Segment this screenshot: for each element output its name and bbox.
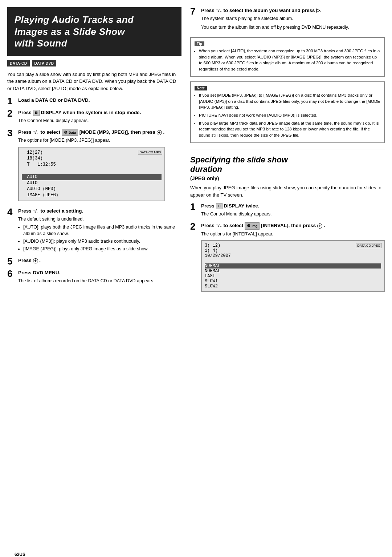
slide-step-1-number: 1 bbox=[190, 202, 198, 211]
step-7-title: Press ↑/↓ to select the album you want a… bbox=[201, 7, 385, 14]
interval-row-2: 1( 4) bbox=[205, 248, 381, 253]
step-5-number: 5 bbox=[7, 257, 15, 266]
step-7-desc1: The system starts playing the selected a… bbox=[201, 15, 385, 22]
interval-row-4 bbox=[205, 258, 381, 263]
step-3-number: 3 bbox=[7, 128, 15, 138]
slide-step-1-desc: The Control Menu display appears. bbox=[201, 211, 385, 217]
screen-row-3: T 1:32:55 bbox=[22, 162, 162, 168]
step-6-title: Press DVD MENU. bbox=[18, 270, 181, 277]
step-6-desc: The list of albums recorded on the DATA … bbox=[18, 278, 181, 284]
note-item-1: If you set [MODE (MP3, JPEG)] to [IMAGE … bbox=[199, 92, 380, 110]
data-cd-badge: DATA-CD bbox=[7, 60, 30, 66]
section-divider bbox=[190, 149, 385, 149]
step-2: 2 Press ⊟ DISPLAY when the system is in … bbox=[7, 109, 181, 125]
interval-row-7: FAST bbox=[205, 274, 381, 279]
step-7-desc2: You can turn the album list on and off b… bbox=[201, 24, 385, 31]
step-7: 7 Press ↑/↓ to select the album you want… bbox=[190, 7, 385, 32]
tip-header: Tip bbox=[195, 41, 204, 46]
step-4-desc: The default setting is underlined. [AUTO… bbox=[18, 216, 181, 253]
note-item-3: If you play large MP3 track data and JPE… bbox=[199, 120, 380, 138]
interval-row-3: 10/29/2007 bbox=[205, 253, 381, 258]
interval-row-9: SLOW2 bbox=[205, 284, 381, 289]
note-text: If you set [MODE (MP3, JPEG)] to [IMAGE … bbox=[195, 92, 380, 138]
slide-intro: When you play JPEG image files using sli… bbox=[190, 184, 385, 198]
slide-step-2-title: Press ↑/↓ to select ⚙ Img [INTERVAL], th… bbox=[201, 222, 385, 229]
slide-step-1: 1 Press ⊟ DISPLAY twice. The Control Men… bbox=[190, 203, 385, 219]
intro-text: You can play a slide show with sound by … bbox=[7, 71, 181, 92]
bullet-image: [IMAGE (JPEG)]: plays only JPEG image fi… bbox=[23, 246, 181, 252]
interval-row-8: SLOW1 bbox=[205, 279, 381, 284]
step-5: 5 Press + . bbox=[7, 257, 181, 266]
data-dvd-badge: DATA DVD bbox=[32, 60, 57, 66]
step-4: 4 Press ↑/↓ to select a setting. The def… bbox=[7, 208, 181, 254]
slide-section-title: Specifying the slide show duration bbox=[190, 155, 385, 174]
step-1-title: Load a DATA CD or DATA DVD. bbox=[18, 97, 181, 104]
circle-plus-icon-3: + bbox=[157, 130, 162, 135]
step-6: 6 Press DVD MENU. The list of albums rec… bbox=[7, 270, 181, 286]
screen-row-8: IMAGE (JPEG) bbox=[22, 192, 162, 198]
circle-plus-icon-5: + bbox=[33, 258, 38, 263]
interval-screen: DATA CD JPEG 3( 12) 1( 4) 10/29/2007 NOR… bbox=[201, 240, 385, 292]
tip-box: Tip When you select [AUTO], the system c… bbox=[190, 37, 385, 77]
step-5-title: Press + . bbox=[18, 257, 181, 264]
bullet-audio: [AUDIO (MP3)]: plays only MP3 audio trac… bbox=[23, 238, 181, 245]
screen-row-4 bbox=[22, 168, 162, 174]
screen-row-6: AUTO bbox=[22, 180, 162, 186]
step-3-desc: The options for [MODE (MP3, JPEG)] appea… bbox=[18, 137, 181, 144]
slide-section: Specifying the slide show duration (JPEG… bbox=[190, 155, 385, 295]
slide-section-subtitle: (JPEG only) bbox=[190, 175, 385, 181]
step-2-desc: The Control Menu display appears. bbox=[18, 117, 181, 124]
step-3: 3 Press ↑/↓ to select ⚙ Data [MODE (MP3,… bbox=[7, 129, 181, 204]
step-1: 1 Load a DATA CD or DATA DVD. bbox=[7, 97, 181, 106]
note-item-2: PICTURE NAVI does not work when [AUDIO (… bbox=[199, 112, 380, 118]
slide-step-2: 2 Press ↑/↓ to select ⚙ Img [INTERVAL], … bbox=[190, 222, 385, 295]
screen2-label: DATA CD JPEG bbox=[356, 243, 382, 248]
interval-row-6: NORMAL bbox=[205, 269, 381, 274]
step-4-title: Press ↑/↓ to select a setting. bbox=[18, 208, 181, 215]
screen-row-2: 18(34) bbox=[22, 156, 162, 162]
step-4-bullets: [AUTO]: plays both the JPEG image files … bbox=[18, 224, 181, 253]
step-3-title: Press ↑/↓ to select ⚙ Data [MODE (MP3, J… bbox=[18, 129, 181, 136]
page-number: 62US bbox=[15, 552, 25, 557]
screen-row-5-selected: AUTO bbox=[22, 174, 162, 180]
page-title: Playing Audio Tracks and Images as a Sli… bbox=[7, 7, 181, 56]
step-7-number: 7 bbox=[190, 7, 198, 16]
tip-text: When you select [AUTO], the system can r… bbox=[195, 48, 380, 72]
step-2-title: Press ⊟ DISPLAY when the system is in st… bbox=[18, 109, 181, 116]
interval-row-1: 3( 12) bbox=[205, 243, 381, 248]
badge-row: DATA-CD DATA DVD bbox=[7, 60, 181, 66]
note-header: Note bbox=[195, 86, 207, 90]
step-6-number: 6 bbox=[7, 269, 15, 278]
slide-step-2-desc: The options for [INTERVAL] appear. bbox=[201, 231, 385, 237]
display-icon: ⊟ bbox=[33, 110, 40, 116]
interval-row-5-selected: NORMAL bbox=[205, 263, 381, 269]
mode-screen: DATA CD MP3 12(27) 18(34) T 1:32:55 AUTO… bbox=[18, 147, 165, 201]
bullet-auto: [AUTO]: plays both the JPEG image files … bbox=[23, 224, 181, 237]
tip-item-1: When you select [AUTO], the system can r… bbox=[199, 48, 380, 72]
note-box: Note If you set [MODE (MP3, JPEG)] to [I… bbox=[190, 81, 385, 143]
circle-plus-icon-slide2: + bbox=[317, 223, 322, 229]
slide-step-2-number: 2 bbox=[190, 222, 198, 231]
step-2-number: 2 bbox=[7, 109, 15, 118]
screen-label: DATA CD MP3 bbox=[138, 150, 162, 155]
screen-row-7: AUDIO (MP3) bbox=[22, 186, 162, 192]
slide-step-1-title: Press ⊟ DISPLAY twice. bbox=[201, 203, 385, 210]
step-1-number: 1 bbox=[7, 96, 15, 106]
display-icon-2: ⊟ bbox=[216, 203, 222, 209]
step-4-number: 4 bbox=[7, 207, 15, 217]
